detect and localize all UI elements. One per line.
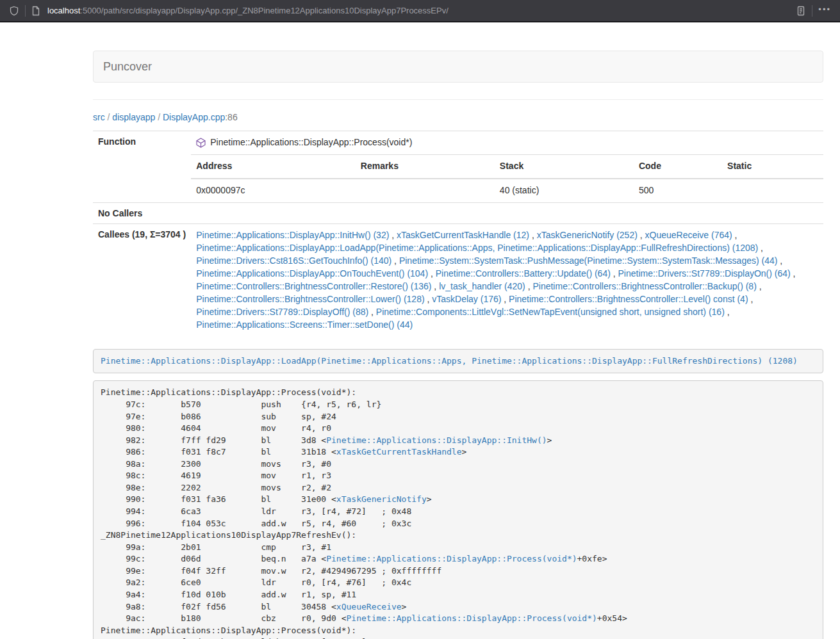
divider [93, 99, 823, 100]
callee-link[interactable]: xQueueReceive (764) [645, 230, 732, 240]
callee-link[interactable]: xTaskGetCurrentTaskHandle (12) [397, 230, 529, 240]
cell-code: 500 [634, 179, 722, 202]
cell-remarks [356, 179, 495, 202]
function-table: Function Pinetime::Applications::Display… [93, 131, 823, 337]
callee-link[interactable]: Pinetime::System::SystemTask::PushMessag… [399, 255, 778, 266]
shield-icon[interactable] [9, 6, 19, 16]
breadcrumb-link-src[interactable]: src [93, 112, 105, 122]
menu-icon[interactable]: ••• [818, 5, 831, 16]
callee-link[interactable]: Pinetime::Drivers::Cst816S::GetTouchInfo… [196, 255, 391, 266]
callees-row: Callees (19, Σ=3704 ) Pinetime::Applicat… [93, 223, 823, 336]
asm-symbol-link[interactable]: xQueueReceive [336, 602, 402, 611]
asm-symbol-link[interactable]: Pinetime::Applications::DisplayApp::Init… [326, 435, 547, 445]
breadcrumb-link-file[interactable]: DisplayApp.cpp [163, 112, 225, 122]
cube-icon [196, 138, 206, 148]
reader-mode-icon[interactable] [796, 6, 806, 16]
callee-link[interactable]: Pinetime::Controllers::Battery::Update()… [436, 268, 611, 279]
function-label: Function [93, 131, 191, 154]
col-header-static: Static [722, 154, 823, 178]
breadcrumb-link-displayapp[interactable]: displayapp [112, 112, 155, 122]
col-header-remarks: Remarks [356, 154, 495, 178]
asm-symbol-link[interactable]: xTaskGetCurrentTaskHandle [336, 447, 462, 457]
callee-link[interactable]: Pinetime::Applications::DisplayApp::OnTo… [196, 268, 428, 279]
callee-link[interactable]: vTaskDelay (176) [432, 294, 501, 304]
callee-link[interactable]: Pinetime::Drivers::St7789::DisplayOff() … [196, 307, 368, 317]
asm-symbol-link[interactable]: Pinetime::Applications::DisplayApp::Proc… [347, 613, 597, 623]
callee-link[interactable]: Pinetime::Applications::Screens::Timer::… [196, 320, 413, 330]
no-callers-row: No Callers [93, 202, 823, 223]
callee-link[interactable]: Pinetime::Controllers::BrightnessControl… [196, 294, 424, 304]
url-host: localhost [47, 6, 80, 15]
callee-link[interactable]: Pinetime::Components::LittleVgl::SetNewT… [376, 307, 725, 317]
callee-link[interactable]: Pinetime::Applications::DisplayApp::Init… [196, 230, 389, 240]
asm-symbol-link[interactable]: xTaskGenericNotify [336, 494, 427, 504]
callee-link[interactable]: lv_task_handler (420) [439, 281, 525, 291]
cell-stack: 40 (static) [495, 179, 634, 202]
highlighted-symbol-box: Pinetime::Applications::DisplayApp::Load… [93, 349, 823, 374]
brand-link[interactable]: Puncover [103, 60, 152, 74]
navbar: Puncover [93, 51, 823, 83]
asm-symbol-link[interactable]: Pinetime::Applications::DisplayApp::Proc… [326, 554, 577, 563]
browser-bar: localhost:5000/path/src/displayapp/Displ… [0, 0, 840, 22]
page-container: Puncover src / displayapp / DisplayApp.c… [93, 51, 823, 639]
breadcrumb-separator: / [108, 112, 110, 122]
callee-link[interactable]: Pinetime::Drivers::St7789::DisplayOn() (… [618, 268, 791, 279]
callee-link[interactable]: Pinetime::Controllers::BrightnessControl… [196, 281, 431, 291]
chrome-divider [812, 5, 812, 17]
col-header-code: Code [634, 154, 722, 178]
cell-address: 0x0000097c [191, 179, 356, 202]
callee-link[interactable]: Pinetime::Controllers::BrightnessControl… [532, 281, 756, 291]
loadapp-symbol-link[interactable]: Pinetime::Applications::DisplayApp::Load… [101, 356, 798, 366]
callee-link[interactable]: Pinetime::Controllers::BrightnessControl… [509, 294, 748, 304]
breadcrumb-line-number: :86 [225, 112, 237, 122]
breadcrumb-separator: / [158, 112, 160, 122]
assembly-code: Pinetime::Applications::DisplayApp::Proc… [93, 380, 823, 639]
callee-link[interactable]: xTaskGenericNotify (252) [537, 230, 638, 240]
callees-list: Pinetime::Applications::DisplayApp::Init… [191, 223, 823, 336]
breadcrumb: src / displayapp / DisplayApp.cpp:86 [93, 112, 823, 122]
stats-table: Address Remarks Stack Code Static 0x0000… [191, 154, 823, 202]
callees-label: Callees (19, Σ=3704 ) [93, 223, 191, 336]
url-path: :5000/path/src/displayapp/DisplayApp.cpp… [80, 6, 449, 15]
callee-link[interactable]: Pinetime::Applications::DisplayApp::Load… [196, 243, 758, 253]
function-name: Pinetime::Applications::DisplayApp::Proc… [210, 136, 412, 149]
chrome-divider [25, 5, 26, 17]
function-row: Function Pinetime::Applications::Display… [93, 131, 823, 154]
url-input[interactable]: localhost:5000/path/src/displayapp/Displ… [47, 6, 790, 15]
page-icon [31, 6, 40, 16]
cell-static [722, 179, 823, 202]
col-header-address: Address [191, 154, 356, 178]
no-callers-label: No Callers [93, 202, 191, 223]
col-header-stack: Stack [495, 154, 634, 178]
stats-row: Address Remarks Stack Code Static 0x0000… [93, 154, 823, 202]
table-row: 0x0000097c 40 (static) 500 [191, 179, 823, 202]
